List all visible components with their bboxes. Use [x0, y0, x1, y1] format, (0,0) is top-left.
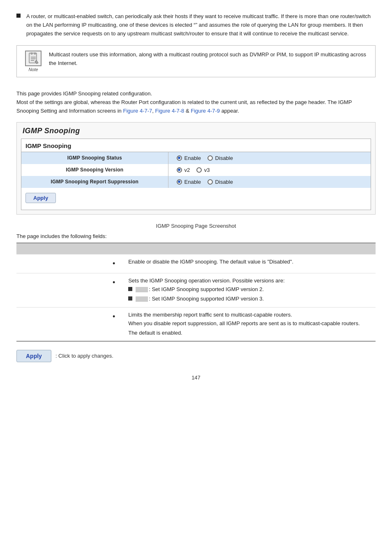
fields-row-status-dot: •	[16, 254, 124, 273]
igmp-row-suppression-options: Enable Disable	[168, 176, 371, 188]
gray-box-v2	[136, 287, 148, 292]
fields-table: • Enable or disable the IGMP snooping. T…	[16, 243, 376, 342]
note-label: Note	[28, 67, 38, 72]
link-figure-2[interactable]: Figure 4-7-8	[155, 108, 184, 114]
note-image-icon	[25, 51, 42, 66]
igmp-row-status: IGMP Snooping Status Enable Disable	[21, 152, 371, 164]
sq-bullet-v2-icon	[128, 287, 132, 291]
apply-desc: : Click to apply changes.	[55, 353, 113, 359]
igmp-row-version-label: IGMP Snooping Version	[21, 164, 168, 176]
igmp-status-disable-label: Disable	[215, 155, 233, 161]
note-icon: Note	[23, 51, 44, 72]
fields-version-v2-box: : Set IGMP Snooping supported IGMP versi…	[136, 285, 264, 294]
description-section: This page provides IGMP Snooping related…	[16, 90, 376, 115]
svg-rect-1	[31, 53, 32, 54]
igmp-version-v3-radio[interactable]	[196, 167, 202, 173]
igmp-status-enable-label: Enable	[184, 155, 201, 161]
fields-header-row	[16, 243, 376, 254]
igmp-table: IGMP Snooping Status Enable Disable IGMP…	[21, 152, 371, 188]
fields-row-status-desc: Enable or disable the IGMP snooping. The…	[124, 254, 376, 273]
note-box: Note Multicast routers use this informat…	[16, 45, 376, 77]
igmp-version-v2-label: v2	[184, 167, 190, 173]
sq-bullet-v3-icon	[128, 296, 132, 301]
screenshot-caption: IGMP Snooping Page Screenshot	[16, 223, 376, 229]
dot-bullet-mark-3: •	[113, 311, 115, 323]
igmp-inner: IGMP Snooping IGMP Snooping Status Enabl…	[21, 139, 371, 210]
igmp-row-version: IGMP Snooping Version v2 v3	[21, 164, 371, 176]
igmp-row-status-options: Enable Disable	[168, 152, 371, 164]
link-figure-3[interactable]: Figure 4-7-9	[191, 108, 220, 114]
page-number: 147	[16, 375, 376, 381]
apply-button[interactable]: Apply	[16, 350, 51, 362]
igmp-row-suppression-label: IGMP Snooping Report Suppression	[21, 176, 168, 188]
igmp-status-enable-radio[interactable]	[177, 155, 182, 161]
fields-row-version-list: : Set IGMP Snooping supported IGMP versi…	[128, 285, 371, 303]
desc-line1: This page provides IGMP Snooping related…	[16, 90, 376, 98]
fields-row-suppression-desc: Limits the membership report traffic sen…	[124, 308, 376, 341]
igmp-apply-button[interactable]: Apply	[25, 193, 56, 203]
svg-rect-2	[34, 53, 36, 54]
gray-box-v3	[136, 296, 148, 302]
fields-row-version-dot: •	[16, 273, 124, 308]
igmp-version-v3-label: v3	[204, 167, 210, 173]
bullet-section: A router, or multicast-enabled switch, c…	[16, 12, 376, 38]
igmp-suppression-disable-radio[interactable]	[208, 179, 213, 185]
bullet-item: A router, or multicast-enabled switch, c…	[16, 12, 376, 38]
bullet-text: A router, or multicast-enabled switch, c…	[26, 12, 376, 38]
fields-row-version-desc: Sets the IGMP Snooping operation version…	[124, 273, 376, 308]
igmp-panel-title: IGMP Snooping	[17, 123, 375, 139]
igmp-version-v2-radio[interactable]	[177, 167, 182, 173]
igmp-suppression-enable-radio[interactable]	[177, 179, 182, 185]
fields-row-suppression-dot: •	[16, 308, 124, 341]
fields-suppression-line1: Limits the membership report traffic sen…	[128, 311, 371, 319]
note-text: Multicast routers use this information, …	[49, 51, 369, 68]
igmp-row-status-label: IGMP Snooping Status	[21, 152, 168, 164]
fields-intro: The page includes the following fields:	[16, 233, 376, 239]
igmp-status-radio-group: Enable Disable	[177, 155, 365, 161]
fields-suppression-line3: The default is enabled.	[128, 329, 371, 338]
igmp-row-version-options: v2 v3	[168, 164, 371, 176]
apply-section: Apply : Click to apply changes.	[16, 350, 376, 362]
desc-line2: Most of the settings are global, whereas…	[16, 98, 376, 116]
fields-suppression-line2: When you disable report suppression, all…	[128, 319, 371, 328]
igmp-suppression-radio-group: Enable Disable	[177, 179, 365, 185]
fields-row-status: • Enable or disable the IGMP snooping. T…	[16, 254, 376, 273]
bullet-square-icon	[16, 14, 21, 18]
igmp-row-suppression: IGMP Snooping Report Suppression Enable …	[21, 176, 371, 188]
fields-header-col2	[124, 243, 376, 254]
igmp-inner-title: IGMP Snooping	[21, 139, 371, 152]
fields-row-version-main: Sets the IGMP Snooping operation version…	[128, 277, 371, 285]
fields-section: The page includes the following fields: …	[16, 233, 376, 342]
link-figure-1[interactable]: Figure 4-7-7	[123, 108, 152, 114]
igmp-suppression-enable-label: Enable	[184, 179, 201, 185]
fields-version-v2-item: : Set IGMP Snooping supported IGMP versi…	[128, 285, 371, 294]
dot-bullet-mark-1: •	[113, 258, 115, 270]
dot-bullet-mark-2: •	[113, 277, 115, 289]
igmp-panel: IGMP Snooping IGMP Snooping IGMP Snoopin…	[16, 122, 376, 215]
igmp-version-radio-group: v2 v3	[177, 167, 365, 173]
fields-row-suppression: • Limits the membership report traffic s…	[16, 308, 376, 341]
fields-row-version: • Sets the IGMP Snooping operation versi…	[16, 273, 376, 308]
fields-version-v3-box: : Set IGMP Snooping supported IGMP versi…	[136, 295, 264, 303]
fields-header-col1	[16, 243, 124, 254]
igmp-status-disable-radio[interactable]	[208, 155, 213, 161]
fields-version-v3-item: : Set IGMP Snooping supported IGMP versi…	[128, 295, 371, 303]
igmp-suppression-disable-label: Disable	[215, 179, 233, 185]
